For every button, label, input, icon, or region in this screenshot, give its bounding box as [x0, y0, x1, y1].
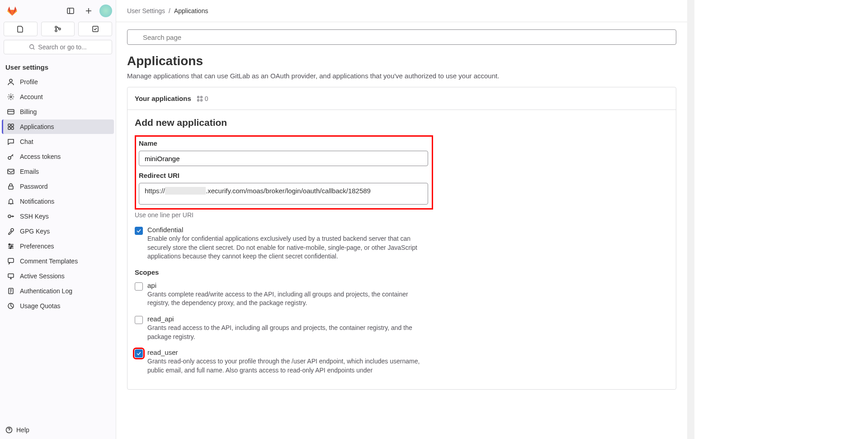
scope-read-user-checkbox[interactable]: [135, 349, 143, 358]
sidebar-item-label: Preferences: [20, 243, 54, 250]
svg-rect-14: [8, 124, 10, 126]
sidebar-item-label: Billing: [20, 108, 37, 115]
plus-icon[interactable]: [81, 4, 96, 18]
sidebar-item-label: Applications: [20, 123, 54, 130]
sidebar-item-password[interactable]: Password: [2, 179, 114, 194]
svg-point-27: [11, 246, 13, 247]
svg-rect-30: [8, 274, 14, 277]
sidebar-item-preferences[interactable]: Preferences: [2, 239, 114, 253]
sidebar-item-label: Chat: [20, 138, 33, 145]
page-description: Manage applications that can use GitLab …: [127, 72, 676, 80]
sidebar-item-comment-templates[interactable]: Comment Templates: [2, 254, 114, 268]
session-icon: [7, 272, 14, 280]
scope-read-user-label: read_user: [147, 348, 428, 356]
sidebar-item-label: Access tokens: [20, 153, 61, 160]
search-button-label: Search or go to...: [38, 43, 86, 51]
search-icon: [29, 44, 35, 50]
svg-point-10: [9, 79, 12, 82]
sidebar-nav: Profile Account Billing Applications Cha…: [0, 75, 116, 314]
sidebar-item-gpg-keys[interactable]: GPG Keys: [2, 224, 114, 239]
breadcrumb-parent[interactable]: User Settings: [127, 7, 165, 14]
quota-icon: [7, 302, 14, 310]
page-title: Applications: [127, 54, 676, 68]
scopes-label: Scopes: [135, 268, 669, 276]
sliders-icon: [7, 243, 14, 250]
help-label: Help: [16, 426, 29, 434]
tab-todo-icon[interactable]: [78, 22, 112, 36]
chat-icon: [7, 138, 14, 145]
search-page-input[interactable]: [127, 29, 676, 45]
sidebar-item-applications[interactable]: Applications: [2, 119, 114, 134]
redirect-uri-label: Redirect URI: [139, 172, 429, 179]
sidebar-item-emails[interactable]: Emails: [2, 164, 114, 179]
svg-rect-43: [198, 99, 199, 101]
svg-rect-16: [8, 127, 10, 129]
svg-point-11: [10, 96, 12, 98]
sidebar-item-billing[interactable]: Billing: [2, 105, 114, 119]
sidebar-item-chat[interactable]: Chat: [2, 134, 114, 149]
name-label: Name: [139, 139, 429, 147]
sidebar-item-label: Notifications: [20, 198, 54, 205]
svg-line-9: [33, 48, 35, 50]
sidebar-item-label: Profile: [20, 78, 38, 86]
profile-icon: [7, 78, 14, 86]
svg-rect-20: [9, 186, 13, 189]
your-applications-label: Your applications: [135, 95, 191, 102]
app-count-badge: 0: [197, 95, 208, 102]
sidebar-item-account[interactable]: Account: [2, 90, 114, 104]
sidebar-section-title: User settings: [0, 60, 116, 75]
svg-rect-42: [201, 96, 203, 98]
scope-read-api-desc: Grants read access to the API, including…: [147, 324, 428, 341]
tab-merge-icon[interactable]: [41, 22, 75, 36]
breadcrumb-current: Applications: [174, 7, 208, 14]
svg-point-5: [55, 30, 57, 32]
breadcrumb: User Settings / Applications: [116, 0, 687, 22]
add-application-heading: Add new application: [135, 117, 669, 128]
redirect-uri-input[interactable]: https://xxxxxxxxxxxx.xecurify.com/moas/b…: [139, 183, 428, 205]
confidential-checkbox[interactable]: [135, 227, 143, 235]
scrollbar[interactable]: [687, 0, 694, 439]
svg-rect-19: [8, 169, 14, 174]
svg-point-21: [8, 215, 11, 218]
redirect-hint: Use one line per URI: [135, 211, 669, 219]
log-icon: [7, 287, 14, 295]
name-input[interactable]: [139, 151, 428, 166]
search-button[interactable]: Search or go to...: [4, 40, 112, 54]
apps-small-icon: [197, 95, 203, 102]
key2-icon: [7, 213, 14, 220]
confidential-label: Confidential: [147, 226, 428, 234]
sidebar-item-label: Comment Templates: [20, 258, 78, 265]
gitlab-logo[interactable]: [5, 4, 19, 18]
sidebar-item-label: Password: [20, 183, 47, 190]
scope-api-checkbox[interactable]: [135, 282, 143, 291]
scope-api-desc: Grants complete read/write access to the…: [147, 290, 428, 308]
svg-point-26: [9, 244, 10, 245]
sidebar-item-usage-quotas[interactable]: Usage Quotas: [2, 299, 114, 313]
sidebar-item-active-sessions[interactable]: Active Sessions: [2, 269, 114, 283]
svg-rect-12: [8, 110, 14, 114]
mail-icon: [7, 168, 14, 175]
key3-icon: [7, 228, 14, 235]
sidebar-item-label: Usage Quotas: [20, 302, 61, 310]
apps-icon: [7, 123, 14, 130]
scope-read-api-checkbox[interactable]: [135, 316, 143, 324]
avatar[interactable]: [99, 5, 112, 17]
key-icon: [7, 153, 14, 160]
sidebar-item-notifications[interactable]: Notifications: [2, 194, 114, 209]
app-count: 0: [205, 95, 208, 102]
sidebar-item-label: GPG Keys: [20, 228, 50, 235]
tab-file-icon[interactable]: [4, 22, 38, 36]
sidebar-item-profile[interactable]: Profile: [2, 75, 114, 89]
scope-api-label: api: [147, 282, 428, 289]
confidential-desc: Enable only for confidential application…: [147, 234, 428, 261]
svg-rect-17: [11, 127, 14, 129]
sidebar-item-auth-log[interactable]: Authentication Log: [2, 284, 114, 298]
sidebar-item-access-tokens[interactable]: Access tokens: [2, 149, 114, 164]
sidebar-item-ssh-keys[interactable]: SSH Keys: [2, 209, 114, 224]
lock-icon: [7, 183, 14, 190]
sidebar-item-label: Account: [20, 93, 43, 100]
sidebar-item-label: Authentication Log: [20, 287, 72, 295]
sidebar-toggle-icon[interactable]: [63, 4, 78, 18]
help-button[interactable]: Help: [0, 421, 116, 439]
comment-icon: [7, 258, 14, 265]
